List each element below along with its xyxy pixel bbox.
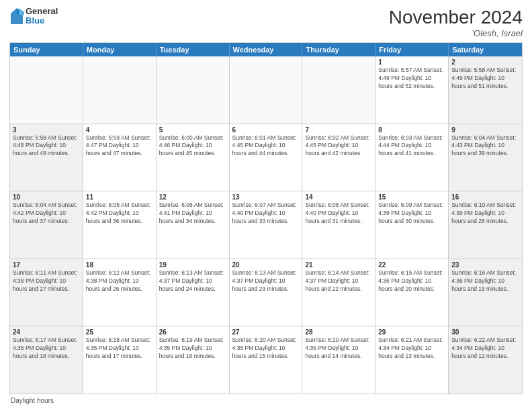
calendar-cell: 3Sunrise: 5:58 AM Sunset: 4:48 PM Daylig… (10, 124, 83, 191)
day-number: 5 (159, 126, 226, 134)
calendar-row: 3Sunrise: 5:58 AM Sunset: 4:48 PM Daylig… (10, 124, 522, 191)
day-info: Sunrise: 6:18 AM Sunset: 4:35 PM Dayligh… (86, 336, 153, 361)
logo-blue-text: Blue (26, 16, 58, 26)
day-number: 15 (378, 193, 445, 201)
day-number: 13 (232, 193, 300, 201)
weekday-header: Saturday (449, 43, 522, 56)
day-info: Sunrise: 6:07 AM Sunset: 4:40 PM Dayligh… (232, 201, 300, 226)
day-number: 28 (305, 328, 372, 336)
calendar-cell (302, 56, 375, 124)
calendar-cell: 20Sunrise: 6:13 AM Sunset: 4:37 PM Dayli… (230, 259, 303, 326)
calendar-cell: 16Sunrise: 6:10 AM Sunset: 4:39 PM Dayli… (449, 191, 522, 259)
day-number: 18 (86, 261, 153, 269)
day-info: Sunrise: 6:17 AM Sunset: 4:35 PM Dayligh… (13, 336, 80, 361)
day-number: 17 (13, 261, 80, 269)
header: General Blue November 2024 'Olesh, Israe… (9, 7, 523, 38)
calendar-header: SundayMondayTuesdayWednesdayThursdayFrid… (10, 43, 522, 56)
calendar-cell: 11Sunrise: 6:05 AM Sunset: 4:42 PM Dayli… (83, 191, 157, 259)
day-number: 3 (13, 126, 80, 134)
day-info: Sunrise: 6:20 AM Sunset: 4:35 PM Dayligh… (232, 336, 300, 361)
day-info: Sunrise: 5:59 AM Sunset: 4:47 PM Dayligh… (86, 134, 153, 158)
day-number: 6 (232, 126, 300, 134)
day-info: Sunrise: 6:21 AM Sunset: 4:34 PM Dayligh… (378, 336, 445, 361)
weekday-header: Friday (375, 43, 449, 56)
month-title: November 2024 (389, 7, 523, 28)
weekday-header: Monday (83, 43, 157, 56)
day-number: 19 (159, 261, 226, 269)
day-number: 24 (13, 328, 80, 336)
day-info: Sunrise: 6:11 AM Sunset: 4:38 PM Dayligh… (13, 269, 80, 293)
calendar-cell: 23Sunrise: 6:16 AM Sunset: 4:36 PM Dayli… (449, 259, 522, 326)
day-info: Sunrise: 6:00 AM Sunset: 4:46 PM Dayligh… (159, 134, 226, 158)
calendar-cell: 22Sunrise: 6:15 AM Sunset: 4:36 PM Dayli… (375, 259, 449, 326)
calendar-cell (230, 56, 303, 124)
logo-icon (9, 7, 24, 26)
day-number: 7 (305, 126, 372, 134)
day-number: 9 (451, 126, 519, 134)
day-number: 26 (159, 328, 226, 336)
calendar-cell: 24Sunrise: 6:17 AM Sunset: 4:35 PM Dayli… (10, 326, 83, 394)
calendar-row: 1Sunrise: 5:57 AM Sunset: 4:49 PM Daylig… (10, 56, 522, 124)
calendar-cell: 27Sunrise: 6:20 AM Sunset: 4:35 PM Dayli… (230, 326, 303, 394)
calendar-cell (83, 56, 157, 124)
day-info: Sunrise: 6:10 AM Sunset: 4:39 PM Dayligh… (451, 201, 519, 226)
day-number: 21 (305, 261, 372, 269)
day-info: Sunrise: 6:19 AM Sunset: 4:35 PM Dayligh… (159, 336, 226, 361)
day-info: Sunrise: 6:04 AM Sunset: 4:43 PM Dayligh… (451, 134, 519, 158)
day-number: 12 (159, 193, 226, 201)
weekday-header: Thursday (302, 43, 375, 56)
calendar-cell: 15Sunrise: 6:09 AM Sunset: 4:39 PM Dayli… (375, 191, 449, 259)
day-number: 16 (451, 193, 519, 201)
calendar-cell: 21Sunrise: 6:14 AM Sunset: 4:37 PM Dayli… (302, 259, 375, 326)
day-info: Sunrise: 6:02 AM Sunset: 4:45 PM Dayligh… (305, 134, 372, 158)
calendar-cell: 2Sunrise: 5:58 AM Sunset: 4:49 PM Daylig… (449, 56, 522, 124)
calendar-cell: 26Sunrise: 6:19 AM Sunset: 4:35 PM Dayli… (157, 326, 230, 394)
calendar-cell: 6Sunrise: 6:01 AM Sunset: 4:45 PM Daylig… (230, 124, 303, 191)
day-info: Sunrise: 5:58 AM Sunset: 4:49 PM Dayligh… (451, 66, 519, 91)
weekday-header: Tuesday (157, 43, 230, 56)
calendar-row: 10Sunrise: 6:04 AM Sunset: 4:42 PM Dayli… (10, 191, 522, 259)
calendar-cell: 7Sunrise: 6:02 AM Sunset: 4:45 PM Daylig… (302, 124, 375, 191)
calendar-cell: 8Sunrise: 6:03 AM Sunset: 4:44 PM Daylig… (375, 124, 449, 191)
day-info: Sunrise: 5:58 AM Sunset: 4:48 PM Dayligh… (13, 134, 80, 158)
page: General Blue November 2024 'Olesh, Israe… (0, 0, 532, 411)
calendar-cell: 13Sunrise: 6:07 AM Sunset: 4:40 PM Dayli… (230, 191, 303, 259)
calendar-cell: 25Sunrise: 6:18 AM Sunset: 4:35 PM Dayli… (83, 326, 157, 394)
calendar-cell: 14Sunrise: 6:08 AM Sunset: 4:40 PM Dayli… (302, 191, 375, 259)
day-number: 29 (378, 328, 445, 336)
day-info: Sunrise: 6:03 AM Sunset: 4:44 PM Dayligh… (378, 134, 445, 158)
daylight-label: Daylight hours (11, 397, 54, 404)
calendar: SundayMondayTuesdayWednesdayThursdayFrid… (9, 42, 523, 394)
day-info: Sunrise: 5:57 AM Sunset: 4:49 PM Dayligh… (378, 66, 445, 91)
day-info: Sunrise: 6:15 AM Sunset: 4:36 PM Dayligh… (378, 269, 445, 293)
day-info: Sunrise: 6:01 AM Sunset: 4:45 PM Dayligh… (232, 134, 300, 158)
day-number: 14 (305, 193, 372, 201)
calendar-cell: 30Sunrise: 6:22 AM Sunset: 4:34 PM Dayli… (449, 326, 522, 394)
logo-text: General Blue (26, 7, 58, 26)
footer-note: Daylight hours (9, 397, 523, 404)
calendar-cell: 29Sunrise: 6:21 AM Sunset: 4:34 PM Dayli… (375, 326, 449, 394)
day-number: 10 (13, 193, 80, 201)
day-info: Sunrise: 6:13 AM Sunset: 4:37 PM Dayligh… (232, 269, 300, 293)
calendar-cell: 5Sunrise: 6:00 AM Sunset: 4:46 PM Daylig… (157, 124, 230, 191)
day-number: 20 (232, 261, 300, 269)
calendar-cell: 17Sunrise: 6:11 AM Sunset: 4:38 PM Dayli… (10, 259, 83, 326)
day-info: Sunrise: 6:13 AM Sunset: 4:37 PM Dayligh… (159, 269, 226, 293)
calendar-row: 24Sunrise: 6:17 AM Sunset: 4:35 PM Dayli… (10, 326, 522, 394)
weekday-header: Sunday (10, 43, 83, 56)
day-number: 30 (451, 328, 519, 336)
day-number: 22 (378, 261, 445, 269)
day-info: Sunrise: 6:04 AM Sunset: 4:42 PM Dayligh… (13, 201, 80, 226)
calendar-cell: 19Sunrise: 6:13 AM Sunset: 4:37 PM Dayli… (157, 259, 230, 326)
weekday-header: Wednesday (230, 43, 303, 56)
svg-marker-2 (19, 8, 24, 15)
calendar-body: 1Sunrise: 5:57 AM Sunset: 4:49 PM Daylig… (10, 56, 522, 394)
calendar-cell: 18Sunrise: 6:12 AM Sunset: 4:38 PM Dayli… (83, 259, 157, 326)
day-number: 2 (451, 58, 519, 66)
calendar-cell (157, 56, 230, 124)
day-info: Sunrise: 6:08 AM Sunset: 4:40 PM Dayligh… (305, 201, 372, 226)
day-info: Sunrise: 6:09 AM Sunset: 4:39 PM Dayligh… (378, 201, 445, 226)
logo: General Blue (9, 7, 58, 26)
logo-general-text: General (26, 7, 58, 16)
day-info: Sunrise: 6:22 AM Sunset: 4:34 PM Dayligh… (451, 336, 519, 361)
